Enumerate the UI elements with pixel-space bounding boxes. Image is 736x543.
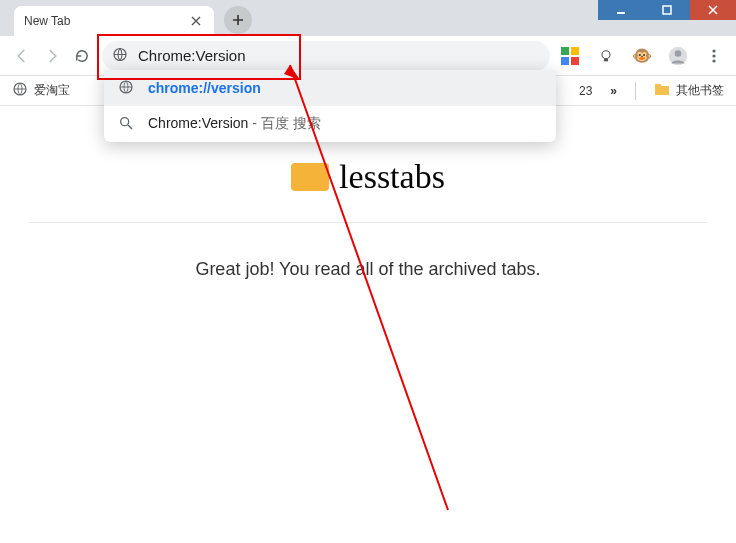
svg-point-12: [712, 54, 715, 57]
brand: lesstabs: [291, 158, 445, 196]
svg-rect-6: [571, 57, 579, 65]
page-message: Great job! You read all of the archived …: [195, 259, 540, 280]
tab-close-button[interactable]: [188, 13, 204, 29]
menu-button[interactable]: [704, 46, 724, 66]
suggestion-text: chrome://version: [148, 80, 261, 96]
globe-icon: [112, 46, 128, 65]
svg-point-16: [121, 117, 129, 125]
omnibox-suggestions: chrome://version Chrome:Version - 百度 搜索: [104, 70, 556, 142]
search-icon: [118, 115, 134, 134]
svg-rect-3: [561, 47, 569, 55]
svg-rect-5: [561, 57, 569, 65]
extension-bulb-icon[interactable]: [596, 46, 616, 66]
svg-point-11: [712, 49, 715, 52]
other-bookmarks-folder[interactable]: 其他书签: [654, 82, 724, 99]
extension-monkey-icon[interactable]: 🐵: [632, 46, 652, 66]
svg-rect-8: [604, 58, 608, 61]
suggestion-row[interactable]: Chrome:Version - 百度 搜索: [104, 106, 556, 142]
svg-point-7: [602, 50, 610, 58]
extension-icons: 🐵: [560, 46, 724, 66]
svg-rect-1: [663, 6, 671, 14]
bookmark-item[interactable]: 爱淘宝: [12, 81, 70, 100]
window-minimize-button[interactable]: [598, 0, 644, 20]
globe-icon: [118, 79, 134, 98]
back-button[interactable]: [12, 46, 32, 66]
suggestion-row[interactable]: chrome://version: [104, 70, 556, 106]
other-bookmarks-label: 其他书签: [676, 82, 724, 99]
browser-tab[interactable]: New Tab: [14, 6, 214, 36]
svg-point-10: [675, 50, 682, 57]
page-content: lesstabs Great job! You read all of the …: [0, 106, 736, 543]
svg-rect-4: [571, 47, 579, 55]
suggestion-text: Chrome:Version - 百度 搜索: [148, 115, 321, 133]
forward-button[interactable]: [42, 46, 62, 66]
window-maximize-button[interactable]: [644, 0, 690, 20]
window-close-button[interactable]: [690, 0, 736, 20]
brand-text: lesstabs: [339, 158, 445, 196]
bookmark-overflow-button[interactable]: »: [610, 84, 617, 98]
profile-avatar-icon[interactable]: [668, 46, 688, 66]
bookmark-label: 爱淘宝: [34, 82, 70, 99]
brand-icon: [291, 163, 329, 191]
omnibox-input[interactable]: [102, 41, 550, 71]
bookmark-truncated-number[interactable]: 23: [579, 84, 592, 98]
window-controls: [598, 0, 736, 20]
omnibox-container: [102, 41, 550, 71]
new-tab-button[interactable]: [224, 6, 252, 34]
extension-tile-icon[interactable]: [560, 46, 580, 66]
separator: [635, 82, 636, 100]
divider: [29, 222, 706, 223]
globe-icon: [12, 81, 28, 100]
svg-point-13: [712, 59, 715, 62]
folder-icon: [654, 82, 670, 99]
tab-title: New Tab: [24, 14, 188, 28]
svg-rect-0: [617, 12, 625, 14]
reload-button[interactable]: [72, 46, 92, 66]
